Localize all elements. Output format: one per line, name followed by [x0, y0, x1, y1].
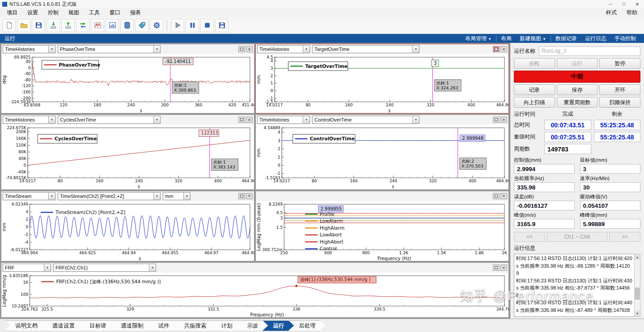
chart-canvas-phase-over-time[interactable]: 69.8925400-40-80-120-160-200-224.593963.…: [1, 54, 254, 113]
database-button[interactable]: [120, 19, 134, 32]
signal-chart-button[interactable]: [91, 19, 104, 32]
save-project-button[interactable]: [32, 19, 45, 32]
record-ctl-2-button[interactable]: 开环: [599, 84, 640, 95]
import-data-button[interactable]: [47, 19, 60, 32]
svg-text:3: 3: [278, 139, 280, 143]
menu-right-item-1[interactable]: 帮助: [622, 9, 642, 17]
chart-canvas-profile-spectrum[interactable]: 8.22694.531.5300.712m2506009001.2K1.5K1.…: [256, 201, 508, 261]
chart-source-dropdown[interactable]: TimeHistories▼: [3, 116, 55, 124]
chart-source-dropdown[interactable]: TargetOverTime▼: [312, 45, 419, 53]
chart-source-dropdown[interactable]: PhaseOverTime▼: [58, 45, 161, 53]
menu-right-item-0[interactable]: 样式: [601, 9, 622, 17]
menu-item-2[interactable]: 控制: [43, 9, 64, 17]
new-file-button[interactable]: [2, 19, 16, 32]
svg-text:2.999948: 2.999948: [462, 136, 483, 141]
save-data-button[interactable]: [215, 19, 229, 32]
menu-item-3[interactable]: 视图: [64, 9, 84, 17]
restore-icon[interactable]: [493, 117, 500, 123]
channel-next-button[interactable]: >>: [609, 232, 640, 242]
close-icon[interactable]: ×: [246, 46, 253, 52]
header-action-1[interactable]: 布局: [497, 35, 515, 42]
channel-prev-button[interactable]: <<: [514, 232, 545, 242]
svg-text:deg: deg: [2, 76, 7, 84]
run-ctl-1-button[interactable]: 运行: [557, 58, 598, 69]
svg-text:-40: -40: [24, 71, 31, 76]
menu-item-5[interactable]: 窗口: [105, 9, 125, 17]
export-data-button[interactable]: [61, 19, 75, 32]
chart-canvas-frf[interactable]: 3.83518K1K10010.2497324.762325.5329332.5…: [1, 273, 508, 317]
header-action-3[interactable]: 数据记录: [552, 35, 580, 42]
menu-item-6[interactable]: 报表: [125, 9, 146, 17]
sweep-ctl-2-button[interactable]: 扫频保持: [599, 97, 640, 108]
data-transfer-button[interactable]: [76, 19, 89, 32]
svg-text:FRF(Ch2,Ch1) [波峰:(336Hz,530.54: FRF(Ch2,Ch1) [波峰:(336Hz,530.544 mm/g )]: [56, 279, 161, 284]
close-icon[interactable]: ×: [500, 193, 507, 199]
header-action-4[interactable]: 运行日志: [581, 35, 610, 42]
app-window: NTS.LAB.VCS 1.6.0.81 正式版 ─ □ ✕ 项目设置控制视图工…: [0, 0, 644, 332]
chart-source-dropdown[interactable]: mm▼: [163, 192, 191, 200]
workflow-tab-0[interactable]: 说明文档: [4, 320, 47, 331]
chart-source-dropdown[interactable]: TimeStream▼: [3, 192, 55, 200]
chart-canvas-cycles-over-time[interactable]: 224.675K200K160K120K80K40K0-40K-74.8915K…: [1, 125, 254, 189]
chart-source-dropdown[interactable]: TimeStream(Ch2) [Point2,+Z]▼: [58, 192, 161, 200]
open-project-button[interactable]: [17, 19, 30, 32]
close-icon[interactable]: ×: [246, 117, 253, 123]
svg-text:-40K: -40K: [17, 170, 27, 174]
scroll-down-icon[interactable]: ▼: [635, 311, 640, 316]
restore-icon[interactable]: [493, 265, 500, 271]
run-name-input[interactable]: [539, 46, 640, 56]
workflow-tab-1[interactable]: 通道设置: [42, 320, 85, 331]
pause-button[interactable]: [186, 19, 199, 32]
close-icon[interactable]: ×: [500, 46, 507, 52]
svg-text:80: 80: [305, 103, 311, 107]
scroll-up-icon[interactable]: ▲: [635, 254, 640, 260]
chart-canvas-target-over-time[interactable]: 4.543210-1-1.514.021780160240320400464.9…: [256, 54, 508, 113]
restore-icon[interactable]: [238, 46, 245, 52]
header-action-0[interactable]: 布局管理▼: [462, 35, 495, 42]
close-icon[interactable]: ×: [246, 193, 253, 199]
maximize-button[interactable]: □: [617, 0, 631, 8]
sweep-ctl-0-button[interactable]: 向上扫描: [514, 97, 555, 108]
workflow-tab-3[interactable]: 通道限制: [110, 320, 153, 331]
tag-button[interactable]: [135, 19, 148, 32]
header-action-2[interactable]: 新建视图▼: [516, 35, 550, 42]
sweep-ctl-1-button[interactable]: 重置周期数: [557, 97, 598, 108]
restore-icon[interactable]: [238, 117, 245, 123]
record-ctl-1-button[interactable]: 保存: [557, 84, 598, 95]
chart-source-dropdown[interactable]: TimeHistories▼: [3, 45, 55, 53]
chart-canvas-control-over-time[interactable]: 4.5488943210-1-1.516314.0217801602403204…: [256, 125, 508, 189]
menu-item-1[interactable]: 设置: [22, 9, 43, 17]
close-icon[interactable]: ×: [500, 265, 507, 271]
run-play-button[interactable]: [171, 19, 184, 32]
close-button[interactable]: ✕: [631, 0, 644, 8]
restore-icon[interactable]: [493, 193, 500, 199]
chart-canvas-time-stream[interactable]: 6.02349420-2-4-6.01227464.904464.925464.…: [1, 201, 254, 261]
run-ctl-0-button[interactable]: 自检: [514, 58, 555, 69]
chart-source-dropdown[interactable]: ControlOverTime▼: [312, 116, 419, 124]
run-ctl-2-button[interactable]: 暂停: [599, 58, 640, 69]
abort-button[interactable]: 中断: [514, 71, 640, 83]
settings-gear-button[interactable]: [150, 19, 163, 32]
menu-item-0[interactable]: 项目: [2, 9, 22, 17]
chart-source-dropdown[interactable]: TimeHistories▼: [257, 116, 310, 124]
save-project-icon: [35, 21, 42, 29]
chart-source-dropdown[interactable]: FRF▼: [3, 264, 51, 272]
log-scrollbar[interactable]: ▲ ▼: [634, 254, 640, 317]
scroll-thumb[interactable]: [635, 288, 640, 299]
run-log[interactable]: 时间:17:56:13 RSTD 日志(1130) 计划:1 运行时间:420 …: [514, 254, 634, 317]
chart-source-dropdown[interactable]: CyclesOverTime▼: [58, 116, 161, 124]
chart-source-dropdown[interactable]: TimeHistories▼: [257, 45, 310, 53]
svg-text:300: 300: [161, 103, 169, 107]
scroll-track[interactable]: [635, 260, 640, 311]
menu-item-4[interactable]: 工具: [84, 9, 105, 17]
restore-icon[interactable]: [493, 46, 500, 52]
close-icon[interactable]: ×: [500, 117, 507, 123]
workflow-tab-5[interactable]: 共振搜索: [174, 320, 216, 331]
chart-source-dropdown[interactable]: FRF(Ch2,Ch1)▼: [53, 264, 156, 272]
report-chart-button[interactable]: [106, 19, 119, 32]
record-ctl-0-button[interactable]: 记录: [514, 84, 555, 95]
stop-button[interactable]: [200, 19, 214, 32]
minimize-button[interactable]: ─: [604, 0, 617, 8]
header-action-5[interactable]: 手动控制: [611, 35, 640, 42]
restore-icon[interactable]: [238, 193, 245, 199]
